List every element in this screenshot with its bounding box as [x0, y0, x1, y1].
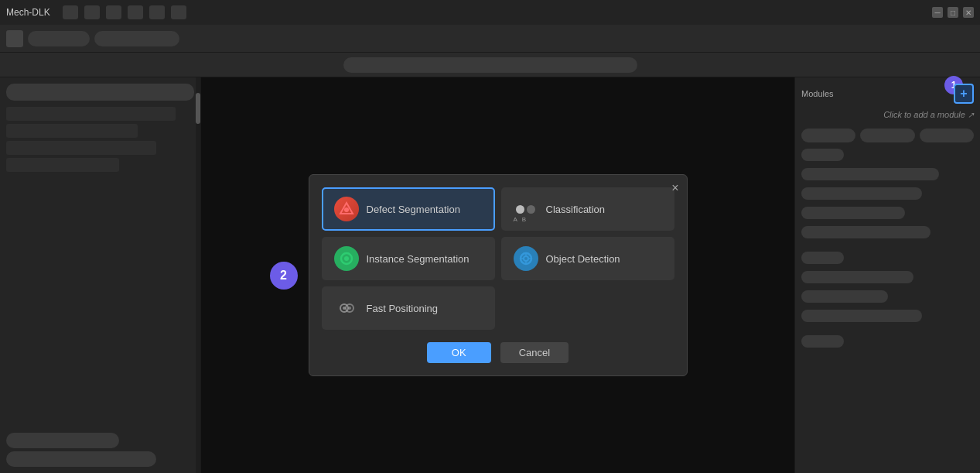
modal-item-defect-segmentation[interactable]: Defect Segmentation — [322, 187, 495, 231]
modal-item-object-detection[interactable]: Object Detection — [501, 237, 674, 280]
modal-item-classification[interactable]: AB Classification — [501, 187, 674, 231]
toolbar-btn-2[interactable] — [84, 5, 100, 19]
modal-item-instance-segmentation[interactable]: Instance Segmentation — [322, 237, 495, 280]
scrollbar-thumb — [196, 93, 200, 124]
ok-button[interactable]: OK — [427, 342, 491, 363]
right-pill-row-1 — [801, 129, 974, 142]
left-panel — [0, 77, 201, 473]
right-section-3 — [801, 335, 974, 351]
right-panel: Modules 1 + Click to add a module ↗ — [794, 77, 980, 473]
left-panel-bottom — [6, 433, 194, 467]
toolbar-btn-4[interactable] — [128, 5, 143, 19]
modal-footer: OK Cancel — [322, 342, 674, 363]
maximize-button[interactable]: □ — [948, 7, 958, 18]
right-item-10 — [801, 335, 844, 348]
click-hint: Click to add a module ↗ — [801, 110, 974, 119]
search-input[interactable] — [343, 57, 637, 73]
modal-item-fast-positioning[interactable]: Fast Positioning — [322, 286, 495, 330]
right-item-7 — [801, 271, 913, 283]
modal-overlay: 2 × Defect Segmen — [201, 77, 794, 473]
bottom-pill-2 — [6, 451, 156, 467]
toolbar-pill-1 — [28, 31, 90, 46]
add-module-button[interactable]: + — [954, 84, 974, 104]
toolbar-btn-3[interactable] — [106, 5, 121, 19]
svg-point-13 — [348, 307, 351, 310]
right-panel-header: Modules 1 + — [801, 84, 974, 104]
main-layout: 2 × Defect Segmen — [0, 77, 980, 473]
left-panel-item — [6, 158, 119, 172]
right-section-1 — [801, 129, 974, 242]
minimize-button[interactable]: ─ — [932, 7, 943, 18]
left-panel-item — [6, 124, 138, 138]
right-section-items-1 — [801, 149, 974, 242]
classification-icon: AB — [514, 197, 538, 221]
fast-positioning-icon — [334, 296, 359, 320]
right-item-4 — [801, 207, 905, 219]
object-detection-icon — [514, 246, 538, 271]
hint-arrow-icon: ↗ — [968, 111, 974, 119]
right-item-2 — [801, 168, 939, 180]
object-detection-label: Object Detection — [546, 253, 620, 265]
search-bar — [0, 53, 980, 77]
classification-label: Classification — [546, 204, 606, 215]
right-item-5 — [801, 226, 930, 238]
modal-wrapper: 2 × Defect Segmen — [309, 174, 688, 376]
right-item-1 — [801, 149, 844, 161]
cancel-button[interactable]: Cancel — [500, 342, 569, 363]
right-section-items-2 — [801, 252, 974, 326]
toolbar-btn-5[interactable] — [149, 5, 165, 19]
bottom-pill-1 — [6, 433, 119, 448]
badge-2: 2 — [270, 262, 298, 290]
right-pill-b — [860, 129, 914, 142]
defect-segmentation-label: Defect Segmentation — [367, 204, 460, 215]
toolbar-icon — [6, 30, 23, 47]
close-button[interactable]: ✕ — [963, 7, 974, 18]
toolbar — [0, 25, 980, 53]
module-selection-modal: × Defect Segmentation — [309, 174, 688, 376]
right-pill-c — [920, 129, 974, 142]
window-controls: ─ □ ✕ — [932, 7, 974, 18]
right-section-items-3 — [801, 335, 974, 351]
modal-close-button[interactable]: × — [671, 181, 678, 195]
toolbar-btn-1[interactable] — [63, 5, 78, 19]
left-panel-item — [6, 141, 156, 155]
left-search-input[interactable] — [6, 84, 194, 101]
right-item-3 — [801, 187, 922, 200]
svg-point-1 — [344, 207, 349, 212]
defect-segmentation-icon — [334, 197, 359, 221]
add-module-area: 1 + — [954, 84, 974, 104]
fast-positioning-label: Fast Positioning — [367, 303, 439, 314]
right-item-8 — [801, 290, 888, 303]
right-pill-a — [801, 129, 855, 142]
svg-point-5 — [524, 256, 528, 261]
left-panel-item — [6, 107, 176, 121]
right-item-6 — [801, 252, 844, 264]
modules-label: Modules — [801, 89, 834, 98]
toolbar-pill-2 — [94, 31, 179, 46]
title-bar: Mech-DLK ─ □ ✕ — [0, 0, 980, 25]
instance-segmentation-label: Instance Segmentation — [367, 253, 470, 265]
app-title: Mech-DLK — [6, 7, 50, 18]
instance-segmentation-icon — [334, 246, 359, 271]
center-canvas: 2 × Defect Segmen — [201, 77, 794, 473]
right-item-9 — [801, 310, 922, 322]
right-section-2 — [801, 252, 974, 326]
svg-point-3 — [344, 256, 349, 261]
toolbar-btn-6[interactable] — [171, 5, 186, 19]
modal-grid: Defect Segmentation — [322, 187, 674, 330]
scrollbar[interactable] — [196, 77, 200, 473]
